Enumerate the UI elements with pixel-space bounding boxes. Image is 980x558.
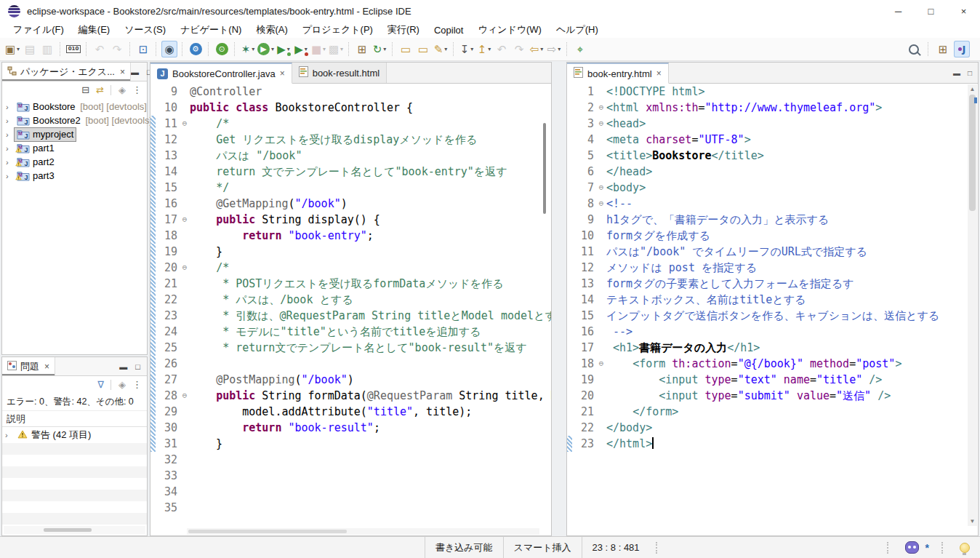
html-editor[interactable]: 1<!DOCTYPE html>2⊖<html xmlns:th="http:/…: [567, 84, 968, 535]
fold-icon[interactable]: ⊖: [180, 212, 190, 228]
menu-navigate[interactable]: ナビゲート(N): [173, 22, 249, 38]
run-button[interactable]: ▶▾: [257, 41, 274, 57]
editor-tab-book-entry-html[interactable]: book-entry.html×: [567, 63, 669, 84]
close-tab-icon[interactable]: ×: [656, 68, 662, 79]
fold-icon[interactable]: ⊖: [596, 116, 606, 132]
menu-window[interactable]: ウィンドウ(W): [470, 22, 548, 38]
new-java-project-button[interactable]: ⊞: [354, 41, 370, 57]
scroll-down-icon[interactable]: ▼: [968, 517, 977, 526]
tree-item-myproject[interactable]: ›MJmyproject: [2, 127, 147, 141]
debug-button[interactable]: ✶▾: [240, 41, 256, 57]
dropdown-arrow-icon[interactable]: ▾: [287, 46, 290, 52]
minimize-view-icon[interactable]: ▬: [119, 362, 127, 371]
expander-icon[interactable]: ›: [6, 172, 15, 180]
dropdown-arrow-icon[interactable]: ▾: [383, 46, 386, 52]
editor-vertical-scrollbar[interactable]: ▲ ▼: [968, 84, 977, 526]
tab-problems[interactable]: 問題 ×: [2, 357, 55, 375]
view-menu-button[interactable]: ⋮: [132, 84, 142, 95]
dropdown-arrow-icon[interactable]: ▾: [470, 46, 473, 52]
expander-icon[interactable]: ›: [6, 103, 15, 111]
fold-icon[interactable]: ⊖: [180, 116, 190, 132]
coverage-button[interactable]: ▶▾: [276, 41, 292, 57]
last-edit-back-button[interactable]: ↶: [494, 41, 510, 57]
close-icon[interactable]: ×: [120, 67, 125, 77]
menu-edit[interactable]: 編集(E): [71, 22, 117, 38]
editor-tab-book-result-html[interactable]: book-result.html: [292, 63, 387, 83]
tab-package-explorer[interactable]: パッケージ・エクス... ×: [2, 63, 131, 81]
dropdown-arrow-icon[interactable]: ▾: [540, 46, 543, 52]
open-console-button[interactable]: ⊡: [135, 41, 151, 57]
scroll-up-icon[interactable]: ▲: [968, 84, 977, 94]
spring-boot-button[interactable]: ⊙: [214, 41, 230, 57]
problems-warning-group-row[interactable]: › 警告 (42 項目): [2, 427, 147, 443]
expander-icon[interactable]: ›: [6, 116, 15, 125]
java-editor[interactable]: 9@Controller10public class BookstoreCont…: [150, 84, 551, 535]
expander-icon[interactable]: ›: [6, 130, 15, 139]
fold-icon[interactable]: ⊖: [596, 180, 606, 196]
menu-search[interactable]: 検索(A): [249, 22, 294, 38]
expander-icon[interactable]: ›: [5, 431, 14, 439]
dropdown-arrow-icon[interactable]: ▾: [558, 46, 561, 52]
notification-bulb-icon[interactable]: [960, 543, 970, 553]
search-button[interactable]: [906, 41, 922, 57]
editor-horizontal-scrollbar[interactable]: [187, 528, 539, 535]
save-all-button[interactable]: ▥: [39, 41, 55, 57]
last-edit-forward-button[interactable]: ↷: [511, 41, 527, 57]
dropdown-arrow-icon[interactable]: ▾: [340, 46, 343, 52]
undo-button[interactable]: ↶: [92, 41, 108, 57]
dropdown-arrow-icon[interactable]: ▾: [444, 46, 447, 52]
java-perspective-button[interactable]: J: [954, 41, 970, 57]
dropdown-arrow-icon[interactable]: ▾: [17, 46, 20, 52]
minimize-editor-icon[interactable]: ▬: [953, 69, 960, 77]
back-button[interactable]: ⇦▾: [529, 41, 545, 57]
dropdown-arrow-icon[interactable]: ▾: [323, 46, 326, 52]
menu-copilot[interactable]: Copilot: [427, 23, 470, 37]
dropdown-arrow-icon[interactable]: ▾: [488, 46, 491, 52]
menu-file[interactable]: ファイル(F): [6, 22, 71, 38]
fold-icon[interactable]: ⊖: [596, 100, 606, 116]
relaunch-button[interactable]: ▩▾: [328, 41, 344, 57]
menu-project[interactable]: プロジェクト(P): [295, 22, 380, 38]
group-button[interactable]: ◈: [119, 379, 126, 390]
next-annotation-button[interactable]: ↧▾: [459, 41, 475, 57]
tree-item-bookstore[interactable]: ›MJBookstore [boot] [devtools]: [2, 100, 147, 113]
prev-annotation-button[interactable]: ↥▾: [476, 41, 492, 57]
save-button[interactable]: ▤: [22, 41, 38, 57]
expander-icon[interactable]: ›: [6, 158, 15, 167]
gradle-refresh-button[interactable]: ↻▾: [371, 41, 387, 57]
close-tab-icon[interactable]: ×: [280, 68, 285, 79]
stop-button[interactable]: ■▾: [310, 41, 326, 57]
pin-editor-button[interactable]: ⌖: [572, 41, 588, 57]
new-wizard-button[interactable]: ▣▾: [4, 41, 20, 57]
copilot-icon[interactable]: [905, 541, 919, 554]
binary-file-button[interactable]: 010: [65, 41, 81, 57]
filter-button[interactable]: ∇: [97, 379, 104, 390]
dropdown-arrow-icon[interactable]: ▾: [252, 46, 254, 52]
spring-tools-button[interactable]: ⚙: [188, 41, 204, 57]
minimize-window-button[interactable]: ─: [882, 0, 915, 22]
tree-item-part3[interactable]: ›MJpart3: [2, 169, 147, 183]
menu-help[interactable]: ヘルプ(H): [549, 22, 606, 38]
forward-button[interactable]: ⇨▾: [546, 41, 562, 57]
scrollbar-thumb[interactable]: [969, 95, 976, 211]
collapse-all-button[interactable]: ⊟: [81, 84, 89, 95]
maximize-window-button[interactable]: □: [915, 0, 947, 22]
profile-button[interactable]: ▶▾: [293, 41, 309, 57]
dropdown-arrow-icon[interactable]: ▾: [305, 46, 308, 52]
tree-item-part1[interactable]: ›MJpart1: [2, 141, 147, 155]
edit-pen-button[interactable]: ✎▾: [433, 41, 449, 57]
redo-button[interactable]: ↷: [109, 41, 125, 57]
problems-horizontal-scrollbar[interactable]: [4, 526, 145, 534]
close-icon[interactable]: ×: [44, 362, 49, 372]
open-perspective-button[interactable]: ⊞: [935, 41, 951, 57]
tree-item-bookstore2[interactable]: ›MJBookstore2 [boot] [devtools]: [2, 113, 147, 127]
toggle-mark-occurrences-button[interactable]: ◉: [161, 41, 177, 57]
link-with-editor-button[interactable]: ⇄: [96, 84, 104, 95]
menu-source[interactable]: ソース(S): [117, 22, 173, 38]
import-folder-button[interactable]: ▭: [398, 41, 414, 57]
fold-icon[interactable]: ⊖: [596, 356, 606, 372]
minimize-view-icon[interactable]: ▬: [131, 68, 139, 76]
editor-vertical-scrollbar[interactable]: [543, 123, 546, 214]
maximize-view-icon[interactable]: □: [135, 362, 140, 371]
menu-run[interactable]: 実行(R): [380, 22, 427, 38]
